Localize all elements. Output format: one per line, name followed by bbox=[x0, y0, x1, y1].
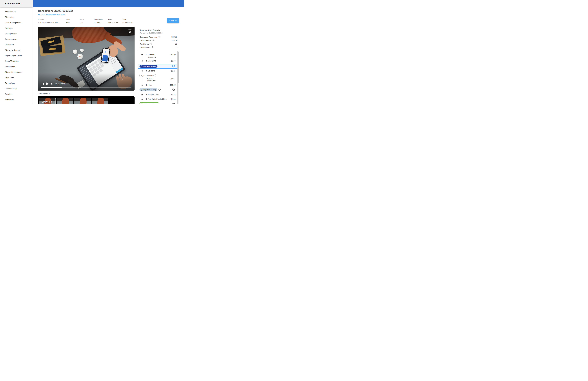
item-row-plant[interactable]: 4. Plant $26.55 bbox=[146, 84, 176, 86]
anywhere-to-bag-badge[interactable]: Anywhere to Bag bbox=[140, 88, 157, 91]
skip-forward-icon bbox=[50, 82, 53, 85]
sidebar-item-cash-management[interactable]: Cash Management bbox=[5, 22, 21, 24]
privacy-eye-off-button[interactable] bbox=[127, 29, 132, 34]
sidebar-item-import-export-status[interactable]: Import Export Status bbox=[5, 55, 22, 57]
event-thumbnail[interactable] bbox=[57, 98, 73, 104]
item-number: 2. bbox=[146, 60, 147, 62]
voided-item-id: ID:2387493 bbox=[147, 80, 156, 82]
sidebar-item-price-lists[interactable]: Price Lists bbox=[5, 77, 14, 79]
event-thumbnail[interactable] bbox=[92, 98, 108, 104]
video-frame bbox=[38, 27, 135, 90]
sidebar-item-receipts[interactable]: Receipts bbox=[5, 93, 12, 96]
stat-value: 21 bbox=[175, 43, 177, 45]
badge-label: SA Voided Item bbox=[144, 75, 154, 77]
check-circle-icon bbox=[141, 103, 143, 104]
stat-label: Total Amount bbox=[140, 40, 151, 42]
play-event-button[interactable] bbox=[172, 103, 175, 104]
item-name: Plant bbox=[148, 84, 152, 86]
app-header: Administration bbox=[0, 0, 33, 7]
item-name: Pop-Tarts Frosted Str... bbox=[148, 98, 167, 100]
app-title: Administration bbox=[5, 2, 21, 5]
video-player: 00:00 / 00:00 bbox=[38, 27, 135, 90]
item-number: 1. bbox=[146, 53, 147, 55]
event-thumbnail[interactable] bbox=[74, 98, 91, 104]
skip-back-button[interactable] bbox=[42, 82, 44, 85]
item-row-cheerios[interactable]: 1. Cheerios $5.00 bbox=[146, 53, 176, 56]
pause-circle-icon bbox=[172, 65, 175, 67]
thumbnail-preview bbox=[92, 98, 108, 104]
item-row-balloons[interactable]: 3. Balloons $6.25 bbox=[146, 70, 176, 72]
unit-qty: x2 bbox=[154, 56, 156, 58]
warning-icon bbox=[141, 65, 142, 67]
item-name: Balloons bbox=[148, 70, 155, 72]
skip-back-icon bbox=[42, 82, 44, 85]
sidebar-item-permissions[interactable]: Permissions bbox=[5, 66, 15, 68]
sidebar: Authorization BIN Looup Cash Management … bbox=[0, 7, 33, 104]
timeline-dot bbox=[142, 54, 143, 55]
info-icon[interactable] bbox=[158, 36, 160, 38]
pause-event-button[interactable] bbox=[172, 65, 175, 67]
item-row-magazine[interactable]: 2. Magazine $2.99 bbox=[146, 60, 176, 63]
sidebar-item-change-plans[interactable]: Change Plans bbox=[5, 33, 17, 35]
play-button[interactable] bbox=[46, 82, 49, 85]
skip-forward-button[interactable] bbox=[50, 82, 53, 85]
page-title: Transaction: JS00275392582 bbox=[38, 9, 73, 12]
history-button[interactable] bbox=[158, 88, 161, 91]
thumbnail-preview bbox=[74, 98, 91, 104]
meta-label: Date bbox=[108, 18, 118, 20]
basket-x-icon bbox=[141, 75, 143, 77]
meta-value: 91242074-6f8d-4c86-83fe-8cf... bbox=[38, 21, 61, 23]
event-row-item-scan-missed[interactable]: Item Scan Missed bbox=[138, 64, 178, 69]
meta-value: Apr 23, 2023 bbox=[108, 21, 118, 23]
stat-value: 5 bbox=[176, 46, 177, 48]
info-icon[interactable] bbox=[152, 46, 153, 49]
item-number: 5. bbox=[146, 94, 147, 96]
info-icon[interactable] bbox=[152, 40, 154, 42]
timeline-dot bbox=[142, 99, 143, 100]
sidebar-item-bin-looup[interactable]: BIN Looup bbox=[5, 16, 14, 19]
sidebar-item-customers[interactable]: Customers bbox=[5, 44, 14, 46]
meta-date: Date Apr 23, 2023 bbox=[108, 18, 118, 23]
thumbnail-preview bbox=[57, 98, 73, 104]
warning-icon bbox=[141, 89, 142, 91]
event-thumbnail-watching[interactable]: WATCHING ID:91242074-6f8d-4c8... bbox=[39, 98, 56, 104]
sa-voided-item-badge[interactable]: SA Voided Item bbox=[140, 74, 156, 77]
timeline-dot bbox=[142, 70, 143, 72]
item-number: 3. bbox=[146, 70, 147, 72]
sidebar-item-catalogs[interactable]: Catalogs bbox=[5, 27, 12, 30]
info-icon[interactable] bbox=[150, 43, 152, 45]
sidebar-item-promotions[interactable]: Promotions bbox=[5, 82, 15, 85]
sidebar-item-authorization[interactable]: Authorization bbox=[5, 11, 16, 13]
sidebar-item-order-validation[interactable]: Order Validation bbox=[5, 60, 19, 63]
meta-label: Event ID bbox=[38, 18, 61, 20]
item-row-klondike-bars[interactable]: 5. Klondike Bars $3.45 bbox=[146, 94, 176, 96]
share-button[interactable]: Share bbox=[167, 18, 179, 23]
sidebar-item-configurations[interactable]: Configurations bbox=[5, 38, 17, 41]
timeline-scrollbar-thumb[interactable] bbox=[178, 52, 179, 83]
vignette bbox=[38, 27, 135, 90]
sidebar-item-pinpad-management[interactable]: Pinpad Management bbox=[5, 71, 22, 74]
badge-label: Anywhere to Bag bbox=[143, 89, 156, 91]
sidebar-item-quick-lookup[interactable]: Quick Lookup bbox=[5, 88, 17, 90]
thumbnail-event-id: ID:91242074-6f8d-4c8... bbox=[39, 103, 56, 104]
sidebar-item-scheduler[interactable]: Scheduler bbox=[5, 99, 14, 101]
timeline-dot bbox=[142, 85, 143, 86]
video-time-display: 00:00 / 00:00 bbox=[55, 83, 65, 85]
stat-total-items: Total Items 21 bbox=[140, 43, 177, 45]
stat-label: Total Events bbox=[140, 46, 150, 48]
voided-item-name: Balloons bbox=[147, 78, 153, 80]
play-event-button[interactable] bbox=[172, 88, 175, 91]
item-row-pop-tarts[interactable]: 6. Pop-Tarts Frosted Str... $2.40 bbox=[146, 98, 176, 101]
item-number: 6. bbox=[146, 98, 147, 100]
sa-reviewed-event-badge[interactable]: SA Reviewed Event bbox=[140, 102, 159, 104]
sidebar-item-electronic-journal[interactable]: Electronic Journal bbox=[5, 49, 20, 52]
meta-value: 3435 bbox=[66, 21, 70, 23]
play-circle-icon bbox=[172, 88, 175, 91]
back-link[interactable]: < Back to Transaction Data Table bbox=[38, 14, 65, 16]
video-progress-bar[interactable] bbox=[41, 87, 131, 88]
stat-value: $53.18 bbox=[171, 40, 177, 42]
meta-value: 006 bbox=[80, 21, 84, 23]
eye-off-icon bbox=[129, 31, 131, 33]
item-price: $2.99 bbox=[171, 60, 176, 62]
item-number: 4. bbox=[146, 84, 147, 86]
